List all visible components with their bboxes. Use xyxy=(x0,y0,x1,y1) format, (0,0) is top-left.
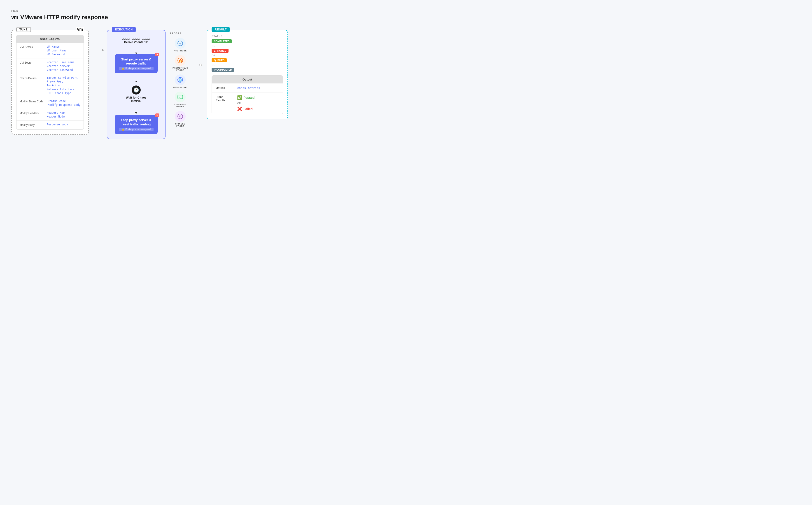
probe-result-connector xyxy=(195,63,207,66)
vcenter-username-link[interactable]: Vcenter user name xyxy=(47,61,75,64)
arrow-down-3 xyxy=(136,107,136,113)
stop-proxy-card[interactable]: ⚑ Stop proxy server &reset traffic routi… xyxy=(115,115,157,134)
stop-privilege-badge: 🔒 Privilege access required xyxy=(119,128,153,131)
start-privilege-text: Privilege access required xyxy=(125,67,151,70)
input-row-vm-secret: VM Secret Vcenter user name Vcenter serv… xyxy=(16,58,84,74)
derive-box: XXXX-XXXX-XXXX Derive Vcenter ID xyxy=(122,35,150,46)
vcenter-server-link[interactable]: Vcenter server xyxy=(47,64,75,68)
vm-details-values: VM Names VM User Name VM Password xyxy=(47,45,67,56)
passed-text: Passed xyxy=(243,96,254,100)
http-chaos-type-link[interactable]: HTTP Chaos Type xyxy=(47,92,78,95)
result-badge: RESULT xyxy=(212,27,230,32)
http-probe-label: HTTP PROBE xyxy=(173,86,188,89)
probe-srm: ⚙ SRM SLOPROBE xyxy=(168,111,193,127)
proxy-port-link[interactable]: Proxy Port xyxy=(47,80,78,83)
svg-text:🔥: 🔥 xyxy=(179,59,183,62)
network-interface-link[interactable]: Network Interface xyxy=(47,88,78,91)
header-mode-link[interactable]: Header Mode xyxy=(47,115,65,118)
wait-box: 🕐 Wait for ChaosInterval xyxy=(126,83,146,105)
status-or-1: OR xyxy=(212,45,283,47)
fault-label: Fault xyxy=(11,9,801,12)
chaos-details-label: Chaos Details xyxy=(20,76,42,95)
status-code-link[interactable]: Status code xyxy=(48,100,81,103)
modify-status-label: Modify Status Code xyxy=(20,100,43,107)
user-inputs-header: User Inputs xyxy=(16,35,84,43)
user-inputs-box: User Inputs VM Details VM Names VM User … xyxy=(16,35,84,130)
vm-names-link[interactable]: VM Names xyxy=(47,45,67,48)
input-row-vm-details: VM Details VM Names VM User Name VM Pass… xyxy=(16,43,84,58)
command-probe-icon[interactable]: >_ xyxy=(175,92,186,103)
status-incompleted: INCOMPLETED xyxy=(212,68,234,72)
chaos-details-values: Target Service Port Proxy Port Toxicity … xyxy=(47,76,78,95)
start-proxy-card[interactable]: ⚑ Start proxy server &reroute traffic 🔒 … xyxy=(115,54,157,73)
status-or-2: OR xyxy=(212,54,283,57)
prometheus-probe-icon[interactable]: 🔥 xyxy=(175,55,186,66)
srm-probe-label: SRM SLOPROBE xyxy=(175,123,186,127)
status-completed: COMPLETED xyxy=(212,39,232,43)
failed-text: Failed xyxy=(243,107,252,111)
svg-marker-1 xyxy=(102,49,105,51)
arrow-down-2 xyxy=(136,75,136,81)
command-probe-label: COMMANDPROBE xyxy=(174,103,186,108)
input-row-modify-headers: Modify Headers Headers Map Header Mode xyxy=(16,109,84,121)
flag-icon-start: ⚑ xyxy=(155,53,159,56)
tune-to-execution-arrow xyxy=(89,48,107,52)
probe-results-values: ✅ Passed OR ❌ Failed xyxy=(237,95,254,112)
svg-text:⎈: ⎈ xyxy=(179,41,181,45)
stop-proxy-title: Stop proxy server &reset traffic routing xyxy=(119,118,153,126)
execution-badge: EXECUTION xyxy=(112,27,136,32)
connector-circle xyxy=(199,63,202,66)
modify-headers-label: Modify Headers xyxy=(20,111,42,118)
main-layout: TUNE vm User Inputs VM Details VM Names … xyxy=(11,30,801,139)
headers-map-link[interactable]: Headers Map xyxy=(47,111,65,114)
http-probe-icon[interactable]: 🌐 xyxy=(175,74,186,85)
stop-privilege-icon: 🔒 xyxy=(122,128,124,131)
toxicity-link[interactable]: Toxicity xyxy=(47,84,78,87)
derive-id: XXXX-XXXX-XXXX xyxy=(122,37,150,40)
wait-label: Wait for ChaosInterval xyxy=(126,96,146,103)
start-privilege-icon: 🔒 xyxy=(122,67,124,70)
passed-badge: ✅ Passed xyxy=(237,95,254,100)
failed-x-icon: ❌ xyxy=(237,107,242,112)
probes-label: PROBES xyxy=(168,32,193,35)
input-row-modify-body: Modify Body Response body xyxy=(16,121,84,130)
metrics-value: chaos metrics xyxy=(237,86,260,90)
connector-line-2 xyxy=(202,65,207,65)
passed-check-icon: ✅ xyxy=(237,95,242,100)
execution-section: EXECUTION XXXX-XXXX-XXXX Derive Vcenter … xyxy=(107,30,165,139)
status-section: STATUS COMPLETED OR ERRORED OR QUEUED OR… xyxy=(212,35,283,72)
probe-command: >_ COMMANDPROBE xyxy=(168,92,193,108)
status-queued: QUEUED xyxy=(212,58,227,62)
status-label: STATUS xyxy=(212,35,283,37)
vcenter-password-link[interactable]: Vcenter password xyxy=(47,68,75,71)
modify-response-body-link[interactable]: Modify Response Body xyxy=(48,103,81,107)
start-privilege-badge: 🔒 Privilege access required xyxy=(119,67,153,70)
status-or-3: OR xyxy=(212,63,283,66)
vm-username-link[interactable]: VM User Name xyxy=(47,49,67,52)
modify-body-values: Response body xyxy=(47,123,68,127)
modify-headers-values: Headers Map Header Mode xyxy=(47,111,65,118)
tune-badge: TUNE xyxy=(16,27,31,32)
prometheus-probe-label: PROMETHEUSPROBE xyxy=(172,67,188,71)
vm-secret-label: VM Secret xyxy=(20,61,42,71)
response-body-link[interactable]: Response body xyxy=(47,123,68,126)
page-title-row: vm VMware HTTP modify response xyxy=(11,14,801,21)
k8s-probe-icon[interactable]: ⎈ xyxy=(175,38,186,49)
derive-label: Derive Vcenter ID xyxy=(122,40,150,44)
probe-k8s: ⎈ K8S PROBE xyxy=(168,38,193,52)
failed-badge: ❌ Failed xyxy=(237,107,254,112)
k8s-probe-label: K8S PROBE xyxy=(174,50,187,52)
output-box: Output Metrics chaos metrics ProbeResult… xyxy=(212,75,283,114)
vm-password-link[interactable]: VM Password xyxy=(47,53,67,56)
metrics-row: Metrics chaos metrics xyxy=(212,83,283,93)
input-row-chaos-details: Chaos Details Target Service Port Proxy … xyxy=(16,74,84,97)
arrow-down-1 xyxy=(136,47,136,53)
probe-prometheus: 🔥 PROMETHEUSPROBE xyxy=(168,55,193,71)
srm-probe-icon[interactable]: ⚙ xyxy=(175,111,186,122)
exec-content: XXXX-XXXX-XXXX Derive Vcenter ID ⚑ Start… xyxy=(112,35,160,134)
input-row-modify-status: Modify Status Code Status code Modify Re… xyxy=(16,97,84,109)
status-errored: ERRORED xyxy=(212,49,229,53)
page-title: VMware HTTP modify response xyxy=(20,14,108,21)
connector-line xyxy=(195,65,199,65)
target-service-port-link[interactable]: Target Service Port xyxy=(47,76,78,79)
